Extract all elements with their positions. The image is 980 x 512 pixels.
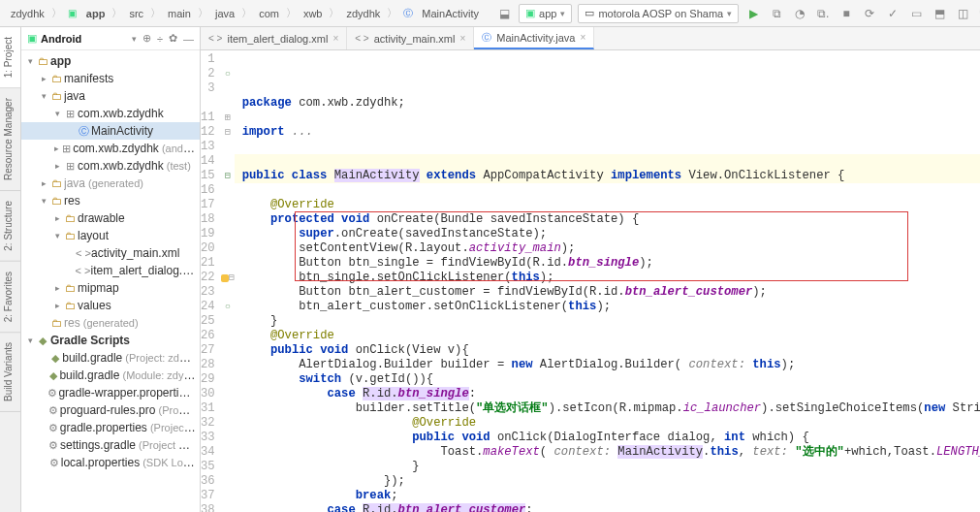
side-tab[interactable]: 1: Project <box>0 27 20 88</box>
tree-row[interactable]: ▾🗀java <box>21 87 200 105</box>
tree-row[interactable]: ▾⊞com.xwb.zdydhk <box>21 105 200 122</box>
breadcrumbs[interactable]: zdydhk〉▣app〉src〉main〉java〉com〉xwb〉zdydhk… <box>0 6 490 20</box>
target-icon[interactable]: ⊕ <box>142 32 151 45</box>
tree-row[interactable]: ◆build.gradle (Module: zdydhk.app) <box>21 367 200 384</box>
code-line[interactable]: public void onClick(View v){ <box>235 343 980 358</box>
tree-row[interactable]: ⚙gradle.properties (Project Prope) <box>21 419 200 436</box>
tree-row[interactable]: ▾🗀res <box>21 192 200 209</box>
tree-twistie[interactable]: ▸ <box>39 74 48 83</box>
close-icon[interactable]: × <box>459 33 465 44</box>
hide-icon[interactable]: — <box>183 33 194 45</box>
tree-row[interactable]: ⚙gradle-wrapper.properties (Gradle) <box>21 384 200 401</box>
code-line[interactable]: Button btn_alert_customer = findViewById… <box>235 285 980 300</box>
tree-row[interactable]: ◆build.gradle (Project: zdydhk) <box>21 349 200 367</box>
code-line[interactable]: super.onCreate(savedInstanceState); <box>235 227 980 241</box>
code-line[interactable]: }); <box>235 474 980 489</box>
code-line[interactable]: @Override <box>235 416 980 431</box>
avd-icon[interactable]: ▭ <box>907 5 925 22</box>
code-line[interactable]: public void onClick(DialogInterface dial… <box>235 431 980 445</box>
tree-row[interactable]: ⒸMainActivity <box>21 122 200 140</box>
code-line[interactable]: AlertDialog.Builder builder = new AlertD… <box>235 358 980 372</box>
tree-row[interactable]: ▸🗀manifests <box>21 70 200 87</box>
project-tree[interactable]: ▾🗀app▸🗀manifests▾🗀java▾⊞com.xwb.zdydhk Ⓒ… <box>21 50 200 512</box>
code-line[interactable] <box>235 183 980 198</box>
tree-twistie[interactable]: ▾ <box>52 109 62 118</box>
tree-row[interactable]: 🗀res (generated) <box>21 314 200 332</box>
code-line[interactable]: Button btn_single = findViewById(R.id.bt… <box>235 256 980 271</box>
code-line[interactable]: case R.id.btn_alert_customer: <box>235 503 980 512</box>
code-line[interactable]: btn_single.setOnClickListener(this); <box>235 271 980 285</box>
breadcrumb-item[interactable]: java <box>212 7 237 20</box>
close-icon[interactable]: × <box>580 32 585 43</box>
tree-row[interactable]: ⚙local.properties (SDK Location) <box>21 454 200 471</box>
tree-row[interactable]: ▸⊞com.xwb.zdydhk (test) <box>21 157 200 175</box>
profile-icon[interactable]: ◔ <box>791 5 808 22</box>
tree-twistie[interactable]: ▸ <box>52 161 62 171</box>
code-line[interactable]: Toast.makeText( context: MainActivity.th… <box>235 445 980 460</box>
tree-row[interactable]: ▾◆Gradle Scripts <box>21 332 200 349</box>
code-line[interactable]: } <box>235 460 980 474</box>
tree-twistie[interactable]: ▾ <box>39 196 48 206</box>
tree-row[interactable]: ▸⊞com.xwb.zdydhk (androidTest) <box>21 140 200 157</box>
code-line[interactable]: break; <box>235 489 980 503</box>
code-line[interactable]: case R.id.btn_single: <box>235 387 980 401</box>
run-icon[interactable]: ▶ <box>744 5 762 22</box>
code-line[interactable]: builder.setTitle("单选对话框").setIcon(R.mipm… <box>235 401 980 416</box>
editor-tab[interactable]: < >item_alert_dialog.xml× <box>201 27 347 49</box>
gear-icon[interactable]: ✿ <box>169 32 177 45</box>
tree-twistie[interactable]: ▸ <box>39 178 48 188</box>
breadcrumb-item[interactable]: MainActivity <box>419 7 482 20</box>
sdk-icon[interactable]: ⬒ <box>931 5 948 22</box>
code-line[interactable]: import ... <box>235 125 980 140</box>
breadcrumb-item[interactable]: app <box>83 7 109 20</box>
breadcrumb-item[interactable]: xwb <box>300 7 326 20</box>
tree-row[interactable]: ▸🗀values <box>21 297 200 314</box>
code-line[interactable]: setContentView(R.layout.activity_main); <box>235 241 980 256</box>
tree-twistie[interactable]: ▾ <box>25 56 35 66</box>
editor-tab[interactable]: ⒸMainActivity.java× <box>474 27 594 49</box>
code-line[interactable]: package com.xwb.zdydhk; <box>235 96 980 111</box>
code-line[interactable]: @Override <box>235 329 980 343</box>
side-tab[interactable]: Build Variants <box>0 333 20 412</box>
run-config-combo[interactable]: ▣ app ▾ <box>519 4 572 23</box>
collapse-icon[interactable]: ÷ <box>157 33 163 45</box>
code-lines[interactable]: package com.xwb.zdydhk;import ...public … <box>235 50 980 512</box>
breadcrumb-item[interactable]: src <box>126 7 146 20</box>
debug-icon[interactable]: ⧉ <box>768 5 785 22</box>
tree-row[interactable]: ⚙settings.gradle (Project Settings) <box>21 436 200 454</box>
tree-twistie[interactable]: ▾ <box>25 336 35 345</box>
code-line[interactable]: switch (v.getId()){ <box>235 372 980 387</box>
project-panel-header[interactable]: ▣ Android ▾ ⊕ ÷ ✿ — <box>21 27 200 50</box>
tree-twistie[interactable]: ▸ <box>52 213 62 223</box>
code-line[interactable] <box>235 154 980 169</box>
breadcrumb-item[interactable]: zdydhk <box>343 7 383 20</box>
build-icon[interactable]: ⬓ <box>495 5 513 22</box>
tree-twistie[interactable]: ▸ <box>52 301 62 310</box>
breadcrumb-item[interactable]: com <box>256 7 282 20</box>
code-line[interactable]: @Override <box>235 198 980 212</box>
code-line[interactable]: } <box>235 314 980 329</box>
close-icon[interactable]: × <box>332 33 338 44</box>
code-editor[interactable]: 1231112131415161718192021222324252627282… <box>201 50 980 512</box>
code-line[interactable] <box>235 140 980 154</box>
device-combo[interactable]: ▭ motorola AOSP on Shama ▾ <box>578 4 739 23</box>
tree-row[interactable]: ▾🗀app <box>21 52 200 70</box>
layout-inspector-icon[interactable]: ◫ <box>954 5 971 22</box>
tree-twistie[interactable]: ▸ <box>52 283 62 293</box>
tree-row[interactable]: ⚙proguard-rules.pro (ProGuard R) <box>21 401 200 419</box>
breadcrumb-item[interactable]: main <box>165 7 194 20</box>
editor-tab[interactable]: < >activity_main.xml× <box>347 27 474 49</box>
code-line[interactable]: btn_alert_customer.setOnClickListener(th… <box>235 300 980 314</box>
tree-row[interactable]: ▾🗀layout <box>21 227 200 244</box>
side-tab[interactable]: 2: Structure <box>0 191 20 262</box>
tree-row[interactable]: < >item_alert_dialog.xml <box>21 262 200 279</box>
tree-row[interactable]: ▸🗀java (generated) <box>21 175 200 192</box>
code-line[interactable]: public class MainActivity extends AppCom… <box>235 169 980 183</box>
tree-row[interactable]: < >activity_main.xml <box>21 244 200 262</box>
sync-icon[interactable]: ⟳ <box>861 5 878 22</box>
code-line[interactable] <box>235 111 980 125</box>
tree-row[interactable]: ▸🗀mipmap <box>21 279 200 297</box>
code-line[interactable]: protected void onCreate(Bundle savedInst… <box>235 212 980 227</box>
side-tab[interactable]: Resource Manager <box>0 88 20 191</box>
breadcrumb-item[interactable]: zdydhk <box>8 7 47 20</box>
